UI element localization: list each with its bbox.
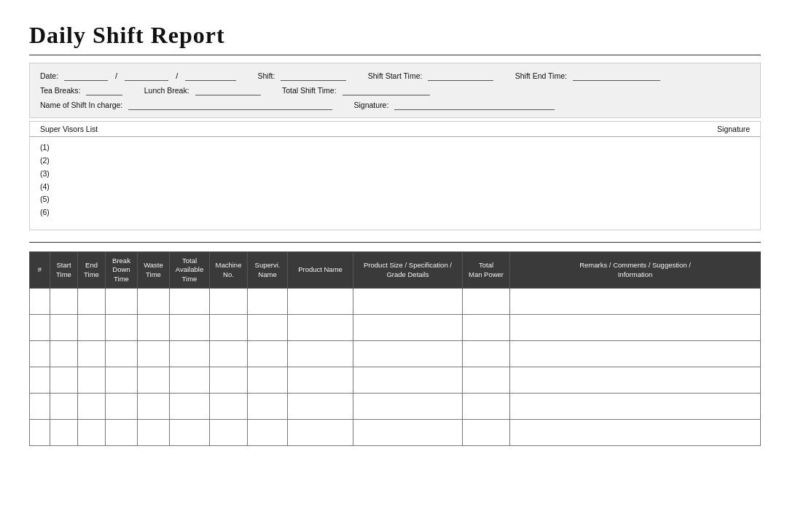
table-row [30, 341, 761, 367]
cell-end-5[interactable] [78, 394, 106, 420]
cell-supervi-1[interactable] [248, 289, 288, 315]
cell-totalman-6[interactable] [463, 420, 510, 446]
signature-field[interactable] [394, 100, 555, 110]
shift-end-field[interactable] [573, 71, 660, 81]
cell-start-4[interactable] [50, 367, 78, 394]
page-title: Daily Shift Report [29, 22, 761, 49]
cell-productsize-2[interactable] [353, 315, 463, 341]
cell-totalman-2[interactable] [463, 315, 510, 341]
cell-totalman-5[interactable] [463, 394, 510, 420]
cell-productname-5[interactable] [288, 394, 353, 420]
header-row-3: Name of Shift In charge: Signature: [40, 100, 750, 110]
cell-machine-3[interactable] [210, 341, 248, 367]
date-field-1[interactable] [64, 71, 108, 81]
cell-breakdown-5[interactable] [106, 394, 138, 420]
shift-label: Shift: [258, 71, 275, 80]
cell-supervi-2[interactable] [248, 315, 288, 341]
cell-totalman-1[interactable] [463, 289, 510, 315]
cell-supervi-6[interactable] [248, 420, 288, 446]
cell-productname-4[interactable] [288, 367, 353, 394]
cell-breakdown-3[interactable] [106, 341, 138, 367]
cell-remarks-5[interactable] [510, 394, 761, 420]
cell-end-1[interactable] [78, 289, 106, 315]
cell-hash-6[interactable] [30, 420, 50, 446]
cell-hash-3[interactable] [30, 341, 50, 367]
cell-machine-4[interactable] [210, 367, 248, 394]
col-header-remarks: Remarks / Comments / Suggestion /Informa… [510, 252, 761, 289]
col-header-machine: MachineNo. [210, 252, 248, 289]
cell-waste-3[interactable] [138, 341, 170, 367]
cell-remarks-2[interactable] [510, 315, 761, 341]
cell-machine-2[interactable] [210, 315, 248, 341]
total-shift-field[interactable] [343, 85, 430, 95]
cell-productname-6[interactable] [288, 420, 353, 446]
cell-start-5[interactable] [50, 394, 78, 420]
cell-waste-4[interactable] [138, 367, 170, 394]
cell-supervi-4[interactable] [248, 367, 288, 394]
shift-field[interactable] [281, 71, 346, 81]
cell-productsize-4[interactable] [353, 367, 463, 394]
cell-machine-5[interactable] [210, 394, 248, 420]
cell-machine-6[interactable] [210, 420, 248, 446]
cell-productsize-6[interactable] [353, 420, 463, 446]
cell-waste-5[interactable] [138, 394, 170, 420]
cell-remarks-6[interactable] [510, 420, 761, 446]
cell-end-3[interactable] [78, 341, 106, 367]
col-header-supervi: Supervi.Name [248, 252, 288, 289]
date-slash-1: / [115, 71, 117, 80]
cell-hash-5[interactable] [30, 394, 50, 420]
cell-waste-6[interactable] [138, 420, 170, 446]
cell-breakdown-2[interactable] [106, 315, 138, 341]
supervisors-list-label: Super Visors List [40, 125, 98, 133]
cell-productsize-3[interactable] [353, 341, 463, 367]
supervisors-section: Super Visors List Signature (1) (2) (3) … [29, 121, 761, 230]
cell-totalavail-1[interactable] [170, 289, 210, 315]
cell-start-2[interactable] [50, 315, 78, 341]
cell-totalman-4[interactable] [463, 367, 510, 394]
cell-breakdown-6[interactable] [106, 420, 138, 446]
cell-start-6[interactable] [50, 420, 78, 446]
name-field[interactable] [128, 100, 332, 110]
shift-start-field[interactable] [428, 71, 493, 81]
col-header-product-name: Product Name [288, 252, 353, 289]
cell-supervi-5[interactable] [248, 394, 288, 420]
cell-start-1[interactable] [50, 289, 78, 315]
supervisors-header: Super Visors List Signature [30, 122, 760, 137]
cell-machine-1[interactable] [210, 289, 248, 315]
cell-hash-1[interactable] [30, 289, 50, 315]
lunch-break-field[interactable] [195, 85, 261, 95]
cell-end-2[interactable] [78, 315, 106, 341]
signature-label: Signature: [354, 101, 389, 109]
cell-remarks-1[interactable] [510, 289, 761, 315]
cell-totalman-3[interactable] [463, 341, 510, 367]
cell-end-4[interactable] [78, 367, 106, 394]
cell-totalavail-4[interactable] [170, 367, 210, 394]
date-field-3[interactable] [185, 71, 236, 81]
cell-productname-1[interactable] [288, 289, 353, 315]
header-row-1: Date: / / Shift: Shift Start Time: Shift… [40, 71, 750, 81]
cell-totalavail-2[interactable] [170, 315, 210, 341]
cell-hash-4[interactable] [30, 367, 50, 394]
date-field-2[interactable] [125, 71, 168, 81]
cell-remarks-3[interactable] [510, 341, 761, 367]
cell-productname-2[interactable] [288, 315, 353, 341]
table-row [30, 289, 761, 315]
cell-end-6[interactable] [78, 420, 106, 446]
cell-productname-3[interactable] [288, 341, 353, 367]
cell-productsize-5[interactable] [353, 394, 463, 420]
cell-breakdown-1[interactable] [106, 289, 138, 315]
cell-totalavail-3[interactable] [170, 341, 210, 367]
cell-productsize-1[interactable] [353, 289, 463, 315]
cell-totalavail-6[interactable] [170, 420, 210, 446]
tea-breaks-field[interactable] [86, 85, 122, 95]
supervisor-item-2: (2) [40, 154, 750, 168]
table-header-row: # StartTime EndTime BreakDownTime WasteT… [30, 252, 761, 289]
cell-waste-2[interactable] [138, 315, 170, 341]
cell-remarks-4[interactable] [510, 367, 761, 394]
cell-totalavail-5[interactable] [170, 394, 210, 420]
cell-waste-1[interactable] [138, 289, 170, 315]
cell-supervi-3[interactable] [248, 341, 288, 367]
cell-start-3[interactable] [50, 341, 78, 367]
cell-hash-2[interactable] [30, 315, 50, 341]
cell-breakdown-4[interactable] [106, 367, 138, 394]
